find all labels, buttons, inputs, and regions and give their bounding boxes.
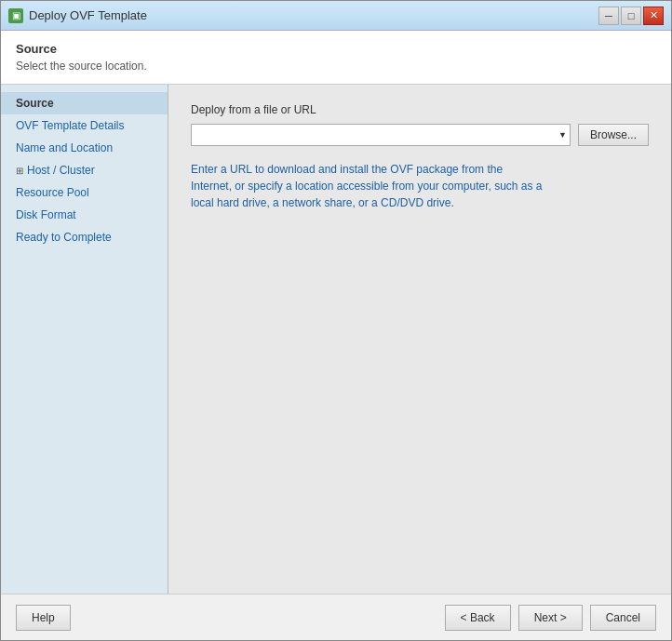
sidebar-item-label: Ready to Complete (16, 231, 112, 244)
close-button[interactable]: ✕ (643, 7, 664, 25)
back-button[interactable]: < Back (445, 605, 511, 631)
description-text: Enter a URL to download and install the … (191, 161, 544, 211)
help-button[interactable]: Help (16, 605, 71, 631)
sidebar-item-label: Host / Cluster (27, 164, 95, 177)
browse-button[interactable]: Browse... (578, 124, 649, 146)
sidebar-item-label: Source (16, 97, 54, 110)
footer: Help < Back Next > Cancel (1, 594, 671, 640)
sidebar-item-source[interactable]: Source (1, 92, 168, 114)
url-select[interactable] (191, 124, 571, 146)
cancel-button[interactable]: Cancel (590, 605, 656, 631)
expand-icon: ⊞ (16, 166, 23, 176)
sidebar-item-host-cluster[interactable]: ⊞ Host / Cluster (1, 159, 168, 181)
restore-button[interactable]: □ (621, 7, 641, 25)
main-window: ▣ Deploy OVF Template ─ □ ✕ Source Selec… (0, 0, 672, 641)
deploy-label: Deploy from a file or URL (191, 103, 649, 116)
sidebar-item-disk-format[interactable]: Disk Format (1, 204, 168, 226)
sidebar-item-label: OVF Template Details (16, 119, 125, 132)
header-title: Source (16, 42, 656, 56)
input-row: Browse... (191, 124, 649, 146)
content-area: Source OVF Template Details Name and Loc… (1, 85, 671, 594)
sidebar-item-label: Resource Pool (16, 186, 89, 199)
header-subtitle: Select the source location. (16, 60, 656, 73)
sidebar-item-label: Disk Format (16, 208, 76, 221)
sidebar: Source OVF Template Details Name and Loc… (1, 85, 168, 594)
header-section: Source Select the source location. (1, 31, 671, 85)
title-buttons: ─ □ ✕ (598, 7, 664, 25)
footer-right: < Back Next > Cancel (445, 605, 656, 631)
url-select-wrapper (191, 124, 571, 146)
window-title: Deploy OVF Template (29, 8, 147, 22)
sidebar-item-ovf-template-details[interactable]: OVF Template Details (1, 114, 168, 137)
sidebar-item-label: Name and Location (16, 141, 113, 154)
sidebar-item-ready-to-complete[interactable]: Ready to Complete (1, 226, 168, 248)
footer-left: Help (16, 605, 71, 631)
minimize-button[interactable]: ─ (598, 7, 619, 25)
app-icon: ▣ (8, 8, 23, 23)
main-panel: Deploy from a file or URL Browse... Ente… (168, 85, 671, 594)
title-bar-left: ▣ Deploy OVF Template (8, 8, 147, 23)
title-bar: ▣ Deploy OVF Template ─ □ ✕ (1, 1, 671, 31)
sidebar-item-name-and-location[interactable]: Name and Location (1, 137, 168, 159)
next-button[interactable]: Next > (518, 605, 583, 631)
sidebar-item-resource-pool[interactable]: Resource Pool (1, 181, 168, 204)
